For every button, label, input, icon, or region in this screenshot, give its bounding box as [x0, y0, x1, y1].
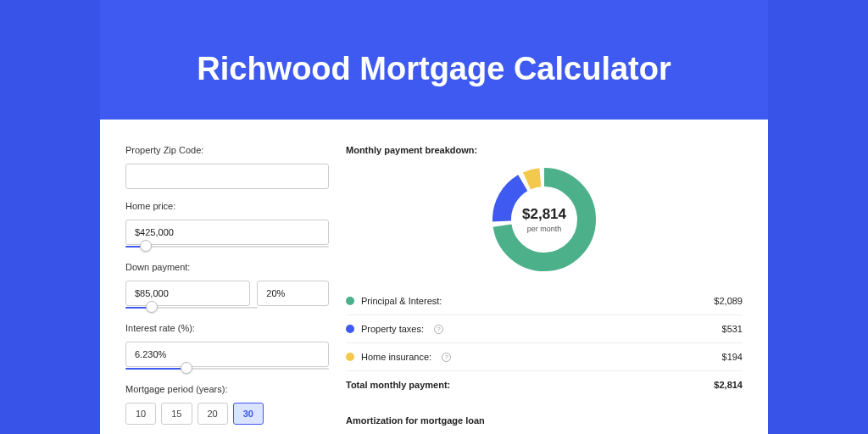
legend-row-total: Total monthly payment: $2,814	[346, 371, 743, 398]
period-pill-30[interactable]: 30	[233, 403, 264, 425]
total-label: Total monthly payment:	[346, 380, 450, 390]
breakdown-heading: Monthly payment breakdown:	[346, 145, 743, 155]
interest-slider[interactable]	[125, 365, 329, 372]
legend-label: Principal & Interest:	[361, 296, 442, 306]
home-price-label: Home price:	[125, 201, 329, 211]
down-payment-label: Down payment:	[125, 262, 329, 272]
home-price-slider[interactable]	[125, 243, 329, 250]
legend-value: $531	[722, 324, 743, 334]
down-payment-input[interactable]	[125, 281, 250, 306]
legend-label: Property taxes:	[361, 324, 424, 334]
period-label: Mortgage period (years):	[125, 384, 329, 394]
zip-input[interactable]	[125, 164, 329, 189]
amort-title: Amortization for mortgage loan	[346, 415, 743, 426]
period-pill-10[interactable]: 10	[125, 403, 156, 425]
total-value: $2,814	[714, 380, 743, 390]
legend-row: Property taxes:?$531	[346, 315, 743, 343]
legend-value: $2,089	[714, 296, 743, 306]
down-payment-slider[interactable]	[125, 304, 258, 311]
legend-dot	[346, 297, 354, 305]
legend-value: $194	[722, 352, 743, 362]
interest-label: Interest rate (%):	[125, 323, 329, 333]
legend-row: Home insurance:?$194	[346, 343, 743, 371]
results-column: Monthly payment breakdown: $2,814 per mo…	[346, 145, 743, 434]
form-column: Property Zip Code: Home price: Down paym…	[125, 145, 329, 434]
legend-dot	[346, 325, 354, 333]
legend-label: Home insurance:	[361, 352, 431, 362]
period-pill-20[interactable]: 20	[198, 403, 228, 425]
period-pills: 10152030	[125, 403, 329, 425]
interest-input[interactable]	[125, 342, 329, 367]
period-pill-15[interactable]: 15	[161, 403, 192, 425]
calculator-card: Property Zip Code: Home price: Down paym…	[100, 120, 768, 434]
info-icon[interactable]: ?	[434, 325, 443, 334]
donut-chart: $2,814 per month	[492, 167, 597, 272]
home-price-input[interactable]	[125, 220, 329, 245]
page-title: Richwood Mortgage Calculator	[100, 51, 768, 87]
legend: Principal & Interest:$2,089Property taxe…	[346, 287, 743, 371]
legend-dot	[346, 353, 354, 361]
legend-row: Principal & Interest:$2,089	[346, 287, 743, 315]
info-icon[interactable]: ?	[442, 353, 451, 362]
down-payment-pct-input[interactable]	[257, 281, 329, 306]
donut-amount: $2,814	[522, 206, 566, 223]
donut-sub: per month	[527, 225, 562, 233]
zip-label: Property Zip Code:	[125, 145, 329, 155]
